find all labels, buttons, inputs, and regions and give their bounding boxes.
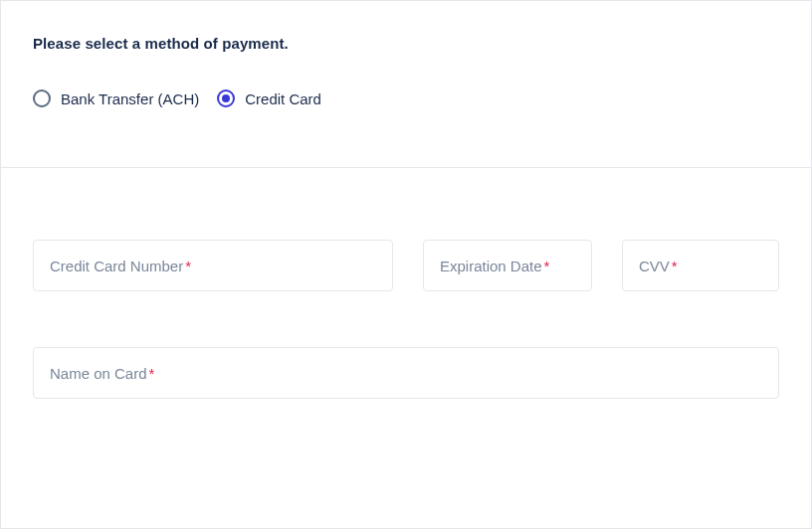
cvv-field[interactable]: CVV* bbox=[622, 240, 779, 291]
payment-panel: Please select a method of payment. Bank … bbox=[0, 0, 812, 529]
name-on-card-field[interactable]: Name on Card* bbox=[33, 347, 779, 399]
radio-dot-icon bbox=[222, 94, 230, 102]
radio-credit-card-label: Credit Card bbox=[245, 90, 321, 107]
section-heading: Please select a method of payment. bbox=[33, 35, 779, 52]
credit-card-form: Credit Card Number* Expiration Date* CVV… bbox=[1, 168, 811, 399]
expiration-field[interactable]: Expiration Date* bbox=[423, 240, 592, 291]
radio-bank-transfer[interactable]: Bank Transfer (ACH) bbox=[33, 89, 199, 107]
radio-unselected-icon bbox=[33, 89, 51, 107]
payment-method-section: Please select a method of payment. Bank … bbox=[1, 1, 811, 167]
radio-selected-icon bbox=[217, 89, 235, 107]
payment-method-radio-group: Bank Transfer (ACH) Credit Card bbox=[33, 89, 779, 107]
cc-number-field[interactable]: Credit Card Number* bbox=[33, 240, 393, 291]
radio-bank-transfer-label: Bank Transfer (ACH) bbox=[61, 90, 199, 107]
radio-credit-card[interactable]: Credit Card bbox=[217, 89, 321, 107]
form-row-2: Name on Card* bbox=[33, 347, 779, 399]
form-row-1: Credit Card Number* Expiration Date* CVV… bbox=[33, 240, 779, 291]
